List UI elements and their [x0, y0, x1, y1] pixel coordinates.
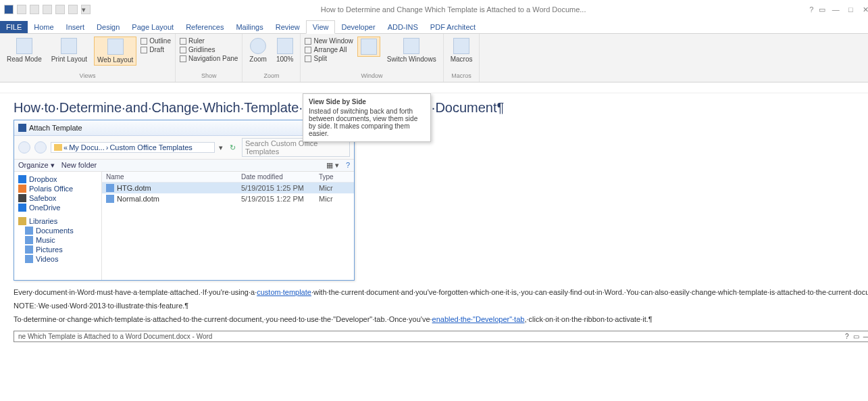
checkbox-icon: [180, 47, 186, 53]
window-controls: — □ ✕: [831, 5, 868, 14]
file-row[interactable]: HTG.dotm 5/19/2015 1:25 PM Micr: [102, 183, 354, 193]
checkbox-icon: [180, 55, 186, 62]
save-icon[interactable]: [17, 5, 26, 14]
document-area[interactable]: View Side by Side Instead of switching b…: [0, 93, 868, 401]
dialog-title: Attach Template: [29, 124, 82, 132]
sidebar-item-polaris[interactable]: Polaris Office: [18, 184, 97, 193]
back-icon[interactable]: [18, 141, 30, 154]
sidebar-item-dropbox[interactable]: Dropbox: [18, 174, 97, 184]
tab-page-layout[interactable]: Page Layout: [126, 21, 180, 33]
zoom-button[interactable]: Zoom: [247, 37, 270, 64]
help-icon[interactable]: ?: [346, 161, 350, 170]
percent-icon: [277, 38, 293, 54]
new-window-button[interactable]: New Window: [305, 37, 353, 45]
tab-home[interactable]: Home: [28, 21, 59, 33]
tab-references[interactable]: References: [180, 21, 230, 33]
zoom-icon: [250, 38, 266, 54]
tab-addins[interactable]: ADD-INS: [382, 21, 424, 33]
file-icon: [106, 195, 114, 203]
read-mode-button[interactable]: Read Mode: [4, 37, 45, 64]
column-type[interactable]: Type: [315, 172, 338, 182]
draft-button[interactable]: Draft: [141, 45, 171, 54]
link-enable-developer[interactable]: enabled·the·"Developer"·tab: [432, 315, 525, 323]
macros-button[interactable]: Macros: [448, 37, 476, 64]
onedrive-icon: [18, 204, 26, 212]
print-layout-button[interactable]: Print Layout: [49, 37, 90, 64]
qat-icon[interactable]: [55, 5, 65, 14]
web-layout-button[interactable]: Web Layout: [94, 37, 136, 66]
macros-icon: [453, 38, 469, 54]
ribbon-options-icon[interactable]: ▭: [819, 5, 825, 14]
breadcrumb[interactable]: « My Docu...› Custom Office Templates: [51, 142, 215, 153]
tab-mailings[interactable]: Mailings: [230, 21, 269, 33]
print-layout-icon: [61, 38, 77, 54]
ruler-checkbox[interactable]: Ruler: [180, 37, 238, 45]
outline-icon: [141, 38, 147, 45]
safebox-icon: [18, 194, 26, 202]
tab-developer[interactable]: Developer: [335, 21, 381, 33]
sidebar-item-onedrive[interactable]: OneDrive: [18, 203, 97, 212]
tab-insert[interactable]: Insert: [60, 21, 91, 33]
quick-access-toolbar: ▾: [4, 5, 91, 14]
attach-template-dialog: Attach Template ✕ « My Docu...› Custom O…: [14, 120, 355, 281]
outline-button[interactable]: Outline: [141, 37, 171, 45]
checkbox-icon: [180, 38, 186, 45]
tooltip-side-by-side: View Side by Side Instead of switching b…: [303, 93, 431, 142]
undo-icon[interactable]: [30, 5, 39, 14]
tab-design[interactable]: Design: [91, 21, 126, 33]
dropdown-icon[interactable]: ▾: [219, 143, 223, 152]
view-options-icon[interactable]: ▦ ▾: [326, 161, 339, 170]
switch-windows-button[interactable]: Switch Windows: [384, 37, 439, 64]
view-side-by-side-button[interactable]: [357, 37, 380, 57]
word-window-left: ▾ How to Determine and Change Which Temp…: [0, 0, 868, 401]
link-custom-template[interactable]: custom·template: [257, 288, 311, 296]
group-zoom-label: Zoom: [263, 72, 279, 79]
help-icon[interactable]: ?: [809, 5, 813, 14]
arrange-all-button[interactable]: Arrange All: [305, 45, 353, 54]
folder-icon: [54, 144, 62, 151]
sidebar-item-pictures[interactable]: Pictures: [18, 245, 97, 254]
group-macros: Macros Macros: [444, 34, 480, 82]
help-icon[interactable]: ?: [845, 333, 849, 340]
sidebar-item-safebox[interactable]: Safebox: [18, 193, 97, 203]
column-name[interactable]: Name: [102, 172, 237, 182]
ribbon-tabs: FILE Home Insert Design Page Layout Refe…: [0, 19, 868, 34]
forward-icon[interactable]: [34, 141, 47, 154]
file-icon: [106, 184, 114, 192]
maximize-icon[interactable]: □: [846, 5, 855, 14]
tab-review[interactable]: Review: [270, 21, 306, 33]
gridlines-checkbox[interactable]: Gridlines: [180, 45, 238, 54]
document-title: How to Determine and Change Which Templa…: [97, 5, 809, 14]
ribbon-options-icon[interactable]: ▭: [853, 333, 859, 340]
close-icon[interactable]: ✕: [861, 5, 868, 14]
group-window-label: Window: [361, 72, 383, 79]
new-folder-button[interactable]: New folder: [61, 161, 97, 170]
qat-icon[interactable]: [68, 5, 78, 14]
navigation-pane-checkbox[interactable]: Navigation Pane: [180, 54, 238, 63]
hundred-percent-button[interactable]: 100%: [274, 37, 297, 64]
sidebar-item-documents[interactable]: Documents: [18, 226, 97, 235]
dropbox-icon: [18, 175, 26, 183]
split-icon: [305, 55, 311, 62]
split-button[interactable]: Split: [305, 54, 353, 63]
file-row[interactable]: Normal.dotm 5/19/2015 1:22 PM Micr: [102, 193, 354, 204]
organize-button[interactable]: Organize ▾: [18, 161, 55, 170]
tab-pdf-architect[interactable]: PDF Architect: [424, 21, 482, 33]
window-icon: [305, 38, 311, 45]
sidebar-item-music[interactable]: Music: [18, 235, 97, 245]
sidebar-item-libraries[interactable]: Libraries: [18, 216, 97, 226]
tooltip-title: View Side by Side: [309, 98, 425, 105]
minimize-icon[interactable]: —: [863, 333, 868, 340]
tab-file[interactable]: FILE: [0, 21, 28, 33]
redo-icon[interactable]: [43, 5, 52, 14]
folder-icon: [25, 236, 33, 244]
refresh-icon[interactable]: ↻: [227, 143, 238, 152]
qat-more-icon[interactable]: ▾: [81, 5, 91, 14]
folder-icon: [25, 227, 33, 235]
tab-view[interactable]: View: [306, 20, 336, 34]
minimize-icon[interactable]: —: [831, 5, 840, 14]
group-views-label: Views: [80, 72, 96, 79]
dialog-toolbar: Organize ▾ New folder ▦ ▾ ?: [14, 160, 354, 172]
sidebar-item-videos[interactable]: Videos: [18, 254, 97, 264]
column-date[interactable]: Date modified: [237, 172, 315, 182]
